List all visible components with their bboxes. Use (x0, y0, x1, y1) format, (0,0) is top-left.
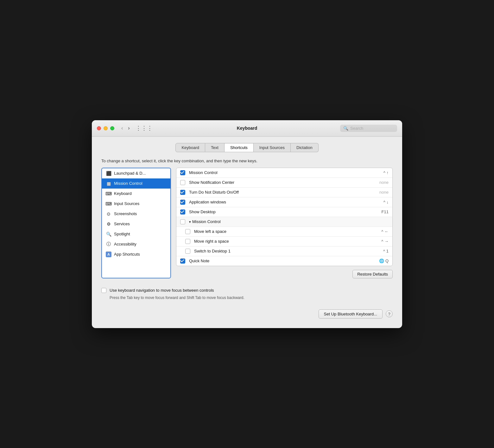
checkbox-do-not-disturb[interactable] (180, 190, 185, 195)
sidebar-item-spotlight[interactable]: 🔍 Spotlight (102, 229, 170, 239)
tab-shortcuts[interactable]: Shortcuts (225, 143, 254, 152)
grid-icon: ⋮⋮⋮ (136, 125, 153, 132)
titlebar: ‹ › ⋮⋮⋮ Keyboard 🔍 (92, 120, 402, 137)
help-button[interactable]: ? (386, 310, 393, 317)
content-area: Keyboard Text Shortcuts Input Sources Di… (92, 137, 402, 328)
keyboard-navigation-checkbox[interactable] (101, 288, 106, 293)
shortcut-row-do-not-disturb[interactable]: Turn Do Not Disturb On/Off none (176, 188, 392, 197)
shortcut-row-switch-desktop[interactable]: Switch to Desktop 1 ^ 1 (176, 246, 392, 256)
sidebar-label-keyboard: Keyboard (114, 191, 132, 196)
keyboard-preferences-window: ‹ › ⋮⋮⋮ Keyboard 🔍 Keyboard Text Shortcu… (92, 120, 402, 328)
restore-defaults-row: Restore Defaults (176, 270, 393, 278)
shortcut-key-move-left: ^ ← (370, 229, 389, 234)
shortcut-name-do-not-disturb: Turn Do Not Disturb On/Off (189, 190, 370, 195)
restore-defaults-button[interactable]: Restore Defaults (352, 270, 393, 278)
sidebar-label-app-shortcuts: App Shortcuts (114, 252, 140, 257)
sidebar-label-screenshots: Screenshots (114, 211, 137, 216)
shortcut-name-mission-control-main: Mission Control (189, 170, 370, 175)
search-input[interactable] (350, 126, 394, 131)
sidebar-item-services[interactable]: ⚙ Services (102, 219, 170, 229)
services-icon: ⚙ (106, 221, 111, 227)
sidebar-label-spotlight: Spotlight (114, 232, 130, 236)
tab-keyboard[interactable]: Keyboard (175, 143, 205, 152)
launchpad-icon: ⬛ (106, 171, 111, 176)
sidebar-item-accessibility[interactable]: ⓘ Accessibility (102, 239, 170, 249)
checkbox-move-right[interactable] (185, 239, 190, 244)
tab-bar: Keyboard Text Shortcuts Input Sources Di… (101, 143, 393, 152)
nav-buttons: ‹ › (119, 125, 132, 132)
checkbox-app-windows[interactable] (180, 200, 185, 205)
keyboard-icon: ⌨ (106, 191, 111, 196)
shortcut-key-show-notification: none (370, 180, 389, 185)
shortcut-key-mission-control-main: ^ ↑ (370, 170, 389, 175)
shortcut-row-show-desktop[interactable]: Show Desktop F11 (176, 207, 392, 217)
shortcut-key-move-right: ^ → (370, 239, 389, 244)
accessibility-icon: ⓘ (106, 241, 111, 247)
shortcut-name-app-windows: Application windows (189, 200, 370, 204)
shortcut-key-switch-desktop: ^ 1 (370, 249, 389, 253)
minimize-button[interactable] (104, 126, 108, 130)
shortcut-row-move-right[interactable]: Move right a space ^ → (176, 237, 392, 246)
shortcut-list: Mission Control ^ ↑ Show Notification Ce… (176, 168, 393, 278)
footer-sublabel: Press the Tab key to move focus forward … (101, 296, 393, 300)
shortcut-name-quick-note: Quick Note (189, 258, 370, 263)
shortcut-table: Mission Control ^ ↑ Show Notification Ce… (176, 168, 393, 266)
app-shortcuts-icon: A (106, 252, 111, 257)
shortcut-name-show-desktop: Show Desktop (189, 209, 370, 214)
shortcut-name-show-notification: Show Notification Center (189, 180, 370, 185)
sidebar-item-app-shortcuts[interactable]: A App Shortcuts (102, 249, 170, 259)
shortcut-key-do-not-disturb: none (370, 190, 389, 195)
shortcut-key-app-windows: ^ ↓ (370, 200, 389, 204)
footer-section: Use keyboard navigation to move focus be… (101, 288, 393, 300)
sidebar-item-launchpad[interactable]: ⬛ Launchpad & D... (102, 168, 170, 178)
sidebar-label-services: Services (114, 221, 130, 226)
checkbox-mission-control-group[interactable] (180, 219, 185, 224)
shortcut-row-show-notification[interactable]: Show Notification Center none (176, 178, 392, 188)
shortcut-name-switch-desktop: Switch to Desktop 1 (194, 249, 370, 253)
tab-input-sources[interactable]: Input Sources (254, 143, 291, 152)
checkbox-mission-control-main[interactable] (180, 170, 185, 175)
mission-control-icon: ▦ (106, 181, 111, 186)
forward-button[interactable]: › (126, 125, 131, 132)
bottom-row: Set Up Bluetooth Keyboard... ? (101, 309, 393, 319)
tab-text[interactable]: Text (205, 143, 225, 152)
shortcut-row-mission-control-main[interactable]: Mission Control ^ ↑ (176, 168, 392, 178)
checkbox-show-desktop[interactable] (180, 209, 185, 215)
shortcut-name-move-right: Move right a space (194, 239, 370, 244)
sidebar-item-keyboard[interactable]: ⌨ Keyboard (102, 189, 170, 199)
shortcut-row-app-windows[interactable]: Application windows ^ ↓ (176, 197, 392, 207)
checkbox-show-notification[interactable] (180, 180, 185, 185)
shortcut-key-show-desktop: F11 (370, 209, 389, 214)
shortcut-key-quick-note: 🌐 Q (370, 258, 389, 263)
sidebar-label-accessibility: Accessibility (114, 242, 136, 246)
shortcut-name-mission-control-group: ▾Mission Control (189, 219, 370, 224)
shortcut-row-quick-note[interactable]: Quick Note 🌐 Q (176, 256, 392, 266)
hint-text: To change a shortcut, select it, click t… (101, 159, 393, 163)
shortcut-row-mission-control-group[interactable]: ▾Mission Control (176, 217, 392, 227)
shortcut-name-move-left: Move left a space (194, 229, 370, 234)
screenshots-icon: ⊙ (106, 211, 111, 217)
sidebar-label-launchpad: Launchpad & D... (114, 171, 146, 176)
bluetooth-keyboard-button[interactable]: Set Up Bluetooth Keyboard... (319, 309, 383, 319)
shortcut-row-move-left[interactable]: Move left a space ^ ← (176, 227, 392, 237)
sidebar: ⬛ Launchpad & D... ▦ Mission Control ⌨ K… (101, 168, 171, 278)
footer-checkbox-row: Use keyboard navigation to move focus be… (101, 288, 393, 293)
tab-dictation[interactable]: Dictation (291, 143, 319, 152)
back-button[interactable]: ‹ (119, 125, 125, 132)
traffic-lights (97, 126, 114, 130)
checkbox-move-left[interactable] (185, 229, 190, 234)
close-button[interactable] (97, 126, 101, 130)
checkbox-switch-desktop[interactable] (185, 249, 190, 254)
sidebar-item-screenshots[interactable]: ⊙ Screenshots (102, 209, 170, 219)
search-icon: 🔍 (343, 126, 348, 131)
footer-checkbox-label: Use keyboard navigation to move focus be… (110, 288, 214, 293)
sidebar-label-input-sources: Input Sources (114, 201, 139, 206)
chevron-icon: ▾ (189, 220, 191, 224)
checkbox-quick-note[interactable] (180, 258, 185, 264)
spotlight-icon: 🔍 (106, 231, 111, 237)
maximize-button[interactable] (110, 126, 114, 130)
window-title: Keyboard (237, 126, 257, 131)
search-box[interactable]: 🔍 (340, 125, 397, 132)
sidebar-item-mission-control[interactable]: ▦ Mission Control (102, 178, 170, 189)
sidebar-item-input-sources[interactable]: ⌨ Input Sources (102, 199, 170, 209)
